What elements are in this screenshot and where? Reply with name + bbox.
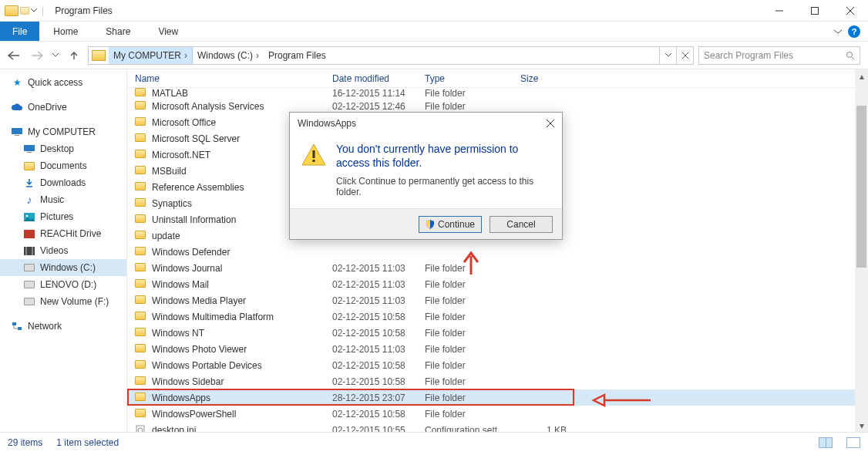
tree-item-videos[interactable]: Videos [0,242,126,259]
breadcrumb-root[interactable]: My COMPUTER [113,50,181,61]
forward-button[interactable] [28,46,46,65]
svg-rect-16 [313,150,315,158]
tab-share[interactable]: Share [92,22,144,41]
tree-item-desktop[interactable]: Desktop [0,140,126,157]
svg-rect-12 [12,322,16,325]
list-item[interactable]: MATLAB16-12-2015 11:14File folder [127,88,868,98]
folder-icon [23,160,35,171]
tree-item-c[interactable]: Windows (C:) [0,259,126,276]
tree-my-computer[interactable]: My COMPUTER [0,123,126,140]
svg-rect-11 [32,247,33,255]
cancel-button[interactable]: Cancel [490,216,553,233]
address-bar[interactable]: My COMPUTER› Windows (C:)› Program Files [88,46,694,65]
folder-icon [135,295,147,306]
folder-icon [135,214,147,225]
list-item[interactable]: Windows NT02-12-2015 10:58File folder [127,325,868,341]
tree-item-f[interactable]: New Volume (F:) [0,293,126,310]
folder-icon [135,247,147,258]
close-icon[interactable] [547,120,554,127]
tree-onedrive[interactable]: OneDrive [0,99,126,116]
svg-rect-10 [25,247,27,255]
tree-network[interactable]: Network [0,318,126,335]
scroll-thumb[interactable] [856,106,866,268]
dialog-title: WindowsApps [298,118,356,129]
list-item[interactable]: Windows Multimedia Platform02-12-2015 10… [127,308,868,325]
tree-item-documents[interactable]: Documents [0,157,126,174]
ribbon: File Home Share View ? [0,22,868,42]
folder-icon [135,279,147,290]
list-item[interactable]: Windows Media Player02-12-2015 11:03File… [127,292,868,308]
list-item[interactable]: Windows Defender [127,244,868,260]
picture-icon [23,211,35,222]
shield-icon [426,220,435,229]
breadcrumb-folder[interactable]: Program Files [268,50,326,61]
reachit-icon [23,228,35,239]
list-item[interactable]: Windows Sidebar02-12-2015 10:58File fold… [127,373,868,389]
scrollbar[interactable]: ▴ ▾ [855,69,868,432]
list-item[interactable]: desktop.ini02-12-2015 10:55Configuration… [127,422,868,432]
recent-locations-button[interactable] [51,46,60,65]
tree-item-reachit[interactable]: REACHit Drive [0,225,126,242]
status-item-count: 29 items [8,437,42,448]
qat-dropdown-icon[interactable] [31,8,37,14]
list-item[interactable]: Windows Mail02-12-2015 11:03File folder [127,276,868,292]
svg-rect-14 [136,426,144,433]
svg-rect-3 [15,135,19,136]
col-type[interactable]: Type [425,73,520,84]
address-dropdown-button[interactable] [659,47,676,64]
scroll-down-button[interactable]: ▾ [855,419,868,432]
continue-button[interactable]: Continue [419,216,482,233]
folder-icon [135,231,147,241]
tab-home[interactable]: Home [39,22,92,41]
folder-icon [135,263,147,274]
nav-tree: ★Quick access OneDrive My COMPUTER Deskt… [0,69,127,432]
search-placeholder: Search Program Files [704,50,846,61]
back-button[interactable] [5,46,23,65]
tab-view[interactable]: View [144,22,192,41]
status-bar: 29 items 1 item selected [0,432,868,452]
tree-item-music[interactable]: ♪Music [0,191,126,208]
help-icon[interactable]: ? [848,25,860,38]
col-date[interactable]: Date modified [332,73,425,84]
search-input[interactable]: Search Program Files [698,46,860,65]
up-button[interactable] [65,46,83,65]
col-name[interactable]: Name [135,73,332,84]
folder-icon [92,50,106,61]
download-icon [23,177,35,188]
tab-file[interactable]: File [0,22,39,41]
permission-dialog: WindowsApps You don't currently have per… [289,112,563,240]
svg-rect-2 [12,128,22,134]
tree-quick-access[interactable]: ★Quick access [0,74,126,91]
list-item[interactable]: WindowsPowerShell02-12-2015 10:58File fo… [127,406,868,422]
dialog-headline: You don't currently have permission to a… [336,142,551,170]
nav-bar: My COMPUTER› Windows (C:)› Program Files… [0,42,868,69]
file-icon [135,425,147,433]
tree-item-downloads[interactable]: Downloads [0,174,126,191]
tree-item-pictures[interactable]: Pictures [0,208,126,225]
maximize-button[interactable] [797,0,833,22]
minimize-button[interactable] [762,0,797,22]
col-size[interactable]: Size [520,73,567,84]
folder-icon [135,133,147,144]
tree-item-d[interactable]: LENOVO (D:) [0,276,126,293]
refresh-button[interactable] [676,47,693,64]
large-icons-view-button[interactable] [846,437,860,448]
folder-icon [135,88,147,99]
folder-icon [135,376,147,387]
list-item[interactable]: Windows Portable Devices02-12-2015 10:58… [127,357,868,373]
breadcrumb-drive[interactable]: Windows (C:) [197,50,253,61]
desktop-icon [23,143,35,154]
network-icon [11,321,23,332]
details-view-button[interactable] [819,437,833,448]
folder-icon [135,360,147,371]
list-item[interactable]: Windows Photo Viewer02-12-2015 11:03File… [127,341,868,357]
search-icon [846,51,855,60]
list-item[interactable]: Windows Journal02-12-2015 11:03File fold… [127,260,868,276]
star-icon: ★ [11,77,23,88]
folder-icon [135,117,147,128]
ribbon-expand-icon[interactable] [834,28,842,35]
svg-point-7 [26,214,29,217]
close-button[interactable] [833,0,868,22]
folder-icon [135,166,147,177]
scroll-up-button[interactable]: ▴ [855,69,868,83]
